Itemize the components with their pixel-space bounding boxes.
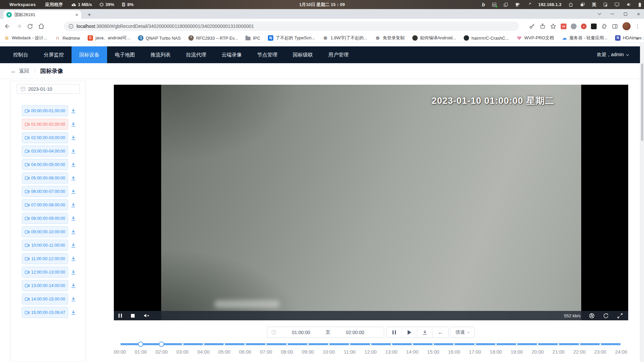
window-switcher-tray-icon[interactable] bbox=[580, 2, 585, 7]
extension-icon-dark[interactable] bbox=[591, 24, 597, 29]
home-tray-icon[interactable] bbox=[568, 2, 573, 7]
applications-menu[interactable]: 应用程序 bbox=[40, 2, 67, 8]
battery-tray-icon[interactable] bbox=[638, 2, 641, 7]
segment-button[interactable]: 09:00:00-10:00:00 bbox=[22, 226, 68, 237]
extensions-puzzle-icon[interactable] bbox=[601, 23, 607, 30]
workspaces-button[interactable]: Workspaces bbox=[5, 2, 40, 7]
page-scrollbar[interactable] bbox=[640, 43, 644, 362]
screenshot-app-tray-icon[interactable] bbox=[492, 2, 497, 7]
slider-handle[interactable] bbox=[159, 341, 164, 347]
seek-current-button[interactable]: ← bbox=[433, 327, 448, 337]
tablet-tray-icon[interactable] bbox=[603, 2, 607, 7]
bookmark-item[interactable]: ☁服务器 - 轻量应用... bbox=[562, 35, 607, 41]
segment-button[interactable]: 04:00:00-05:00:00 bbox=[22, 159, 68, 170]
reload-button[interactable] bbox=[27, 23, 33, 30]
nav-item-user-manage[interactable]: 用户管理 bbox=[321, 46, 356, 63]
segment-button[interactable]: 08:00:00-09:00:00 bbox=[22, 213, 68, 224]
segment-button[interactable]: 06:00:00-07:00:00 bbox=[22, 186, 68, 197]
nav-item-cloud-record[interactable]: 云端录像 bbox=[214, 46, 249, 63]
video-player[interactable]: 2023-01-10 01:00:00 星期二 552 kb/s bbox=[114, 85, 628, 320]
bing-tray-icon[interactable]: b bbox=[482, 2, 485, 7]
segment-download-button[interactable] bbox=[71, 108, 76, 114]
bookmark-star-icon[interactable] bbox=[550, 23, 556, 30]
segment-download-button[interactable] bbox=[71, 135, 76, 140]
tab-close-icon[interactable]: × bbox=[75, 12, 78, 17]
volume-muted-icon[interactable] bbox=[144, 313, 149, 318]
slider-handle[interactable] bbox=[138, 341, 143, 347]
bookmark-item[interactable]: hairrrrr/C-CrashC... bbox=[464, 35, 509, 41]
color-picker-tray-icon[interactable] bbox=[527, 2, 531, 7]
player-stop-icon[interactable] bbox=[131, 314, 135, 318]
minimize-window-button[interactable] bbox=[610, 14, 614, 14]
player-pause-icon[interactable] bbox=[119, 314, 122, 318]
restore-window-button[interactable] bbox=[624, 12, 627, 16]
bookmark-item[interactable]: Cjava、android可... bbox=[88, 35, 130, 41]
display-tray-icon[interactable] bbox=[614, 2, 619, 7]
volume-tray-icon[interactable] bbox=[627, 2, 631, 7]
segment-button[interactable]: 14:00:00-15:00:00 bbox=[22, 293, 68, 305]
clipboard-tray-icon[interactable] bbox=[504, 2, 508, 7]
pause-button[interactable] bbox=[386, 327, 402, 337]
home-button[interactable] bbox=[38, 23, 45, 30]
password-key-icon[interactable] bbox=[529, 23, 535, 30]
nav-item-e-map[interactable]: 电子地图 bbox=[107, 46, 143, 63]
segment-download-button[interactable] bbox=[71, 175, 76, 181]
segment-download-button[interactable] bbox=[71, 189, 76, 194]
bookmark-item[interactable]: 如何编译Android... bbox=[412, 35, 456, 41]
segment-button[interactable]: 13:00:00-14:00:00 bbox=[22, 280, 68, 291]
segment-download-button[interactable] bbox=[71, 242, 76, 248]
segment-button[interactable]: 05:00:00-06:00:00 bbox=[22, 172, 68, 184]
browser-tab[interactable]: ◆ 国标28181 × bbox=[3, 10, 81, 19]
speed-button[interactable]: 倍速 bbox=[450, 327, 475, 338]
profile-avatar[interactable] bbox=[623, 22, 631, 30]
nav-item-gb-cascade[interactable]: 国标级联 bbox=[285, 46, 321, 63]
bookmark-item[interactable]: ⊕1.8W字|了不起的... bbox=[323, 35, 367, 41]
scrollbar-thumb[interactable] bbox=[641, 64, 643, 141]
cpu-usage-indicator[interactable]: 39% bbox=[96, 2, 118, 7]
segment-button[interactable]: 12:00:00-13:00:00 bbox=[22, 267, 68, 278]
new-tab-button[interactable]: + bbox=[85, 11, 93, 19]
coffee-tray-icon[interactable] bbox=[515, 2, 520, 7]
memory-usage-indicator[interactable]: 8% bbox=[118, 2, 137, 7]
segment-button[interactable]: 15:00:00-15:09:47 bbox=[22, 307, 68, 318]
bookmark-item[interactable]: IPC bbox=[245, 36, 260, 41]
user-menu[interactable]: 欢迎，admin bbox=[597, 46, 640, 63]
bookmark-item[interactable]: ≋Webstack - 设计... bbox=[4, 35, 47, 41]
url-bar[interactable]: localhost:38080/#/gbRecordDetail/3402000… bbox=[64, 22, 519, 31]
segment-button[interactable]: 07:00:00-08:00:00 bbox=[22, 199, 68, 210]
segment-download-button[interactable] bbox=[71, 148, 76, 154]
nav-item-push-list[interactable]: 推流列表 bbox=[143, 46, 178, 63]
back-link[interactable]: 返回 bbox=[19, 68, 29, 74]
network-speed-indicator[interactable]: 1 MB/s bbox=[67, 2, 96, 7]
side-panel-icon[interactable] bbox=[612, 23, 618, 30]
bookmark-item[interactable]: ΨWVP-PRO文档 bbox=[517, 35, 554, 41]
desktop-clock[interactable]: 1月10日 星期二 15：09 bbox=[299, 2, 345, 8]
segment-download-button[interactable] bbox=[71, 121, 76, 127]
time-range-input[interactable]: 01:00:00 至 02:00:00 bbox=[267, 327, 384, 338]
segment-download-button[interactable] bbox=[71, 202, 76, 208]
date-picker-input[interactable]: 2023-01-10 bbox=[17, 84, 80, 94]
bookmark-item[interactable]: QQNAP Turbo NAS bbox=[138, 35, 181, 41]
segment-button[interactable]: 10:00:00-11:00:00 bbox=[22, 240, 68, 251]
menu-kebab-icon[interactable]: ⋮ bbox=[635, 23, 640, 29]
segment-button[interactable]: 11:00:00-12:00:00 bbox=[22, 253, 68, 264]
segment-download-button[interactable] bbox=[71, 310, 76, 315]
snapshot-aperture-icon[interactable] bbox=[589, 313, 595, 319]
segment-download-button[interactable] bbox=[71, 229, 76, 235]
back-button[interactable] bbox=[4, 23, 11, 30]
back-arrow-icon[interactable]: ← bbox=[10, 68, 16, 75]
reload-stream-icon[interactable] bbox=[603, 313, 609, 319]
segment-download-button[interactable] bbox=[71, 215, 76, 221]
bookmark-item[interactable]: ∩Redmine bbox=[55, 35, 80, 41]
range-end-value[interactable]: 02:00:00 bbox=[330, 330, 380, 335]
share-icon[interactable] bbox=[540, 23, 546, 29]
segment-download-button[interactable] bbox=[71, 162, 76, 167]
segment-button[interactable]: 02:00:00-03:00:00 bbox=[22, 132, 68, 143]
tab-search-chevron-icon[interactable] bbox=[598, 12, 601, 15]
segment-download-button[interactable] bbox=[71, 296, 76, 302]
bookmark-item[interactable]: ⊕免登录复制 bbox=[375, 35, 405, 41]
extension-icon-gray[interactable] bbox=[571, 24, 577, 29]
play-button[interactable] bbox=[402, 327, 417, 337]
range-start-value[interactable]: 01:00:00 bbox=[276, 330, 326, 335]
fullscreen-icon[interactable] bbox=[617, 313, 623, 319]
